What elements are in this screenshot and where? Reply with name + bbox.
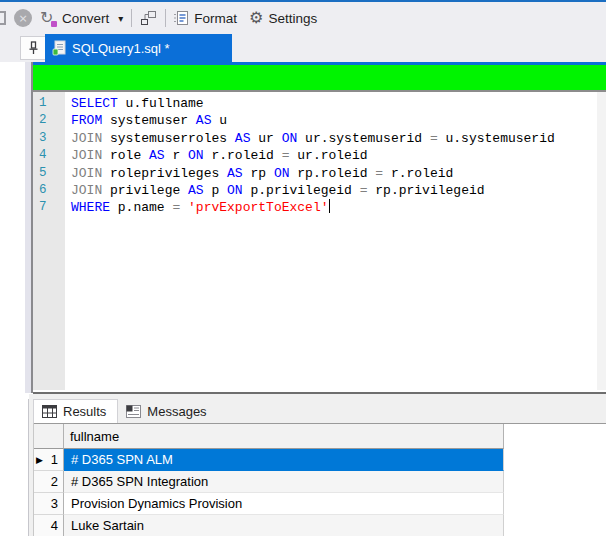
editor-vertical-scrollbar[interactable]: [597, 92, 606, 390]
convert-dropdown-caret-icon[interactable]: ▾: [118, 13, 123, 24]
toolbar: × ↻ Convert ▾: [0, 2, 606, 34]
current-row-pointer-icon: ▶: [36, 455, 43, 465]
settings-label: Settings: [268, 11, 317, 26]
line-number: 2: [39, 112, 65, 129]
grid-corner-cell[interactable]: [34, 424, 64, 449]
gear-icon: ⚙: [249, 10, 263, 26]
sql-editor[interactable]: 1234567 SELECT u.fullnameFROM systemuser…: [33, 92, 606, 392]
toolbar-separator: [165, 9, 166, 27]
code-line: WHERE p.name = 'prvExportToExcel': [71, 199, 597, 216]
grid-header-row: fullname: [34, 423, 606, 449]
pin-panel[interactable]: [20, 36, 47, 60]
sql-file-icon: [52, 40, 66, 56]
cell-fullname[interactable]: Luke Sartain: [64, 515, 504, 536]
row-number: 3: [51, 496, 58, 511]
line-number: 5: [39, 165, 65, 182]
disabled-stop-icon: ×: [14, 9, 32, 27]
tab-results[interactable]: Results: [33, 399, 118, 423]
results-grid-icon: [42, 405, 57, 418]
line-number: 6: [39, 182, 65, 199]
code-line: JOIN systemuserroles AS ur ON ur.systemu…: [71, 130, 597, 147]
schema-diagram-icon[interactable]: [140, 10, 157, 26]
row-header[interactable]: ▶ 1: [34, 449, 64, 471]
status-green-bar: [33, 65, 606, 92]
code-line: JOIN privilege AS p ON p.privilegeid = r…: [71, 182, 597, 199]
results-pane: Results Messages fullname ▶: [29, 394, 606, 536]
format-document-icon: [174, 10, 189, 26]
code-line: FROM systemuser AS u: [71, 112, 597, 129]
document-tabstrip: SQLQuery1.sql *: [0, 34, 606, 62]
convert-label: Convert: [62, 11, 109, 26]
messages-icon: [126, 405, 141, 418]
tab-sqlquery1[interactable]: SQLQuery1.sql *: [45, 34, 232, 62]
code-line: JOIN roleprivileges AS rp ON rp.roleid =…: [71, 165, 597, 182]
line-number-gutter: 1234567: [33, 92, 65, 390]
results-tab-label: Results: [63, 404, 106, 419]
row-header[interactable]: 2: [34, 471, 64, 493]
row-header[interactable]: 3: [34, 493, 64, 515]
table-row[interactable]: 2 # D365 SPN Integration: [34, 471, 606, 493]
code-lines[interactable]: SELECT u.fullnameFROM systemuser AS uJOI…: [65, 92, 597, 392]
text-cursor: [329, 199, 330, 213]
row-number: 4: [51, 518, 58, 533]
line-number: 3: [39, 130, 65, 147]
convert-button[interactable]: ↻ Convert: [40, 10, 109, 27]
clipped-toolbar-icon: [0, 11, 6, 25]
results-tabstrip: Results Messages: [33, 399, 218, 423]
code-line: JOIN role AS r ON r.roleid = ur.roleid: [71, 147, 597, 164]
settings-button[interactable]: ⚙ Settings: [249, 10, 317, 26]
format-label: Format: [194, 11, 237, 26]
line-number: 4: [39, 147, 65, 164]
cell-fullname[interactable]: Provision Dynamics Provision: [64, 493, 504, 515]
row-header[interactable]: 4: [34, 515, 64, 536]
cell-fullname[interactable]: # D365 SPN ALM: [64, 449, 504, 471]
row-number: 1: [51, 452, 58, 467]
messages-tab-label: Messages: [147, 404, 206, 419]
sql-editor-window: × ↻ Convert ▾: [0, 0, 606, 536]
left-panel-splitter[interactable]: [25, 62, 33, 393]
toolbar-separator: [131, 9, 132, 27]
format-button[interactable]: Format: [174, 10, 237, 26]
table-row[interactable]: 3 Provision Dynamics Provision: [34, 493, 606, 515]
table-row[interactable]: 4 Luke Sartain: [34, 515, 606, 536]
line-number: 7: [39, 199, 65, 216]
convert-refresh-icon: ↻: [40, 10, 57, 27]
table-row[interactable]: ▶ 1 # D365 SPN ALM: [34, 449, 606, 471]
column-header-fullname[interactable]: fullname: [64, 424, 504, 449]
tab-messages[interactable]: Messages: [118, 399, 217, 423]
tab-label: SQLQuery1.sql *: [72, 41, 170, 56]
line-number: 1: [39, 95, 65, 112]
code-line: SELECT u.fullname: [71, 95, 597, 112]
row-number: 2: [51, 474, 58, 489]
pin-icon: [28, 41, 39, 55]
cell-fullname[interactable]: # D365 SPN Integration: [64, 471, 504, 493]
results-grid: fullname ▶ 1 # D365 SPN ALM 2 # D365 SPN…: [33, 423, 606, 536]
